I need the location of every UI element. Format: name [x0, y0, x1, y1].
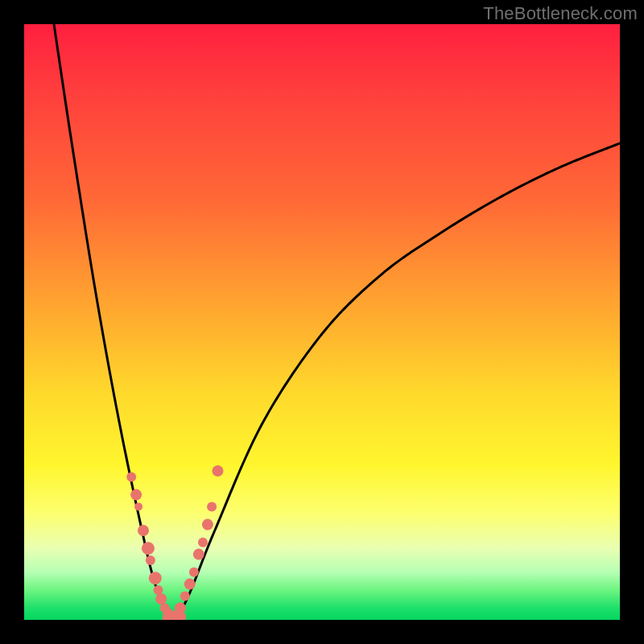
plot-area [24, 24, 620, 620]
data-dot [149, 572, 162, 584]
data-dot [175, 602, 186, 613]
data-dot [198, 538, 208, 547]
data-dot [146, 555, 155, 565]
data-dot [193, 549, 204, 560]
data-dot [142, 542, 155, 555]
data-dot [180, 591, 190, 601]
chart-frame: TheBottleneck.com [0, 0, 644, 644]
scatter-left [126, 472, 176, 620]
data-dot [184, 579, 196, 590]
data-dot [213, 465, 224, 477]
data-dot [138, 525, 149, 536]
data-dot [134, 502, 142, 510]
data-dot [202, 519, 213, 530]
data-dot [189, 568, 199, 577]
chart-svg [24, 24, 620, 620]
data-dot [207, 502, 217, 511]
data-dot [155, 593, 167, 605]
scatter-right [171, 465, 224, 620]
watermark-text: TheBottleneck.com [483, 3, 638, 24]
data-dot [126, 472, 136, 481]
data-dot [130, 489, 142, 501]
